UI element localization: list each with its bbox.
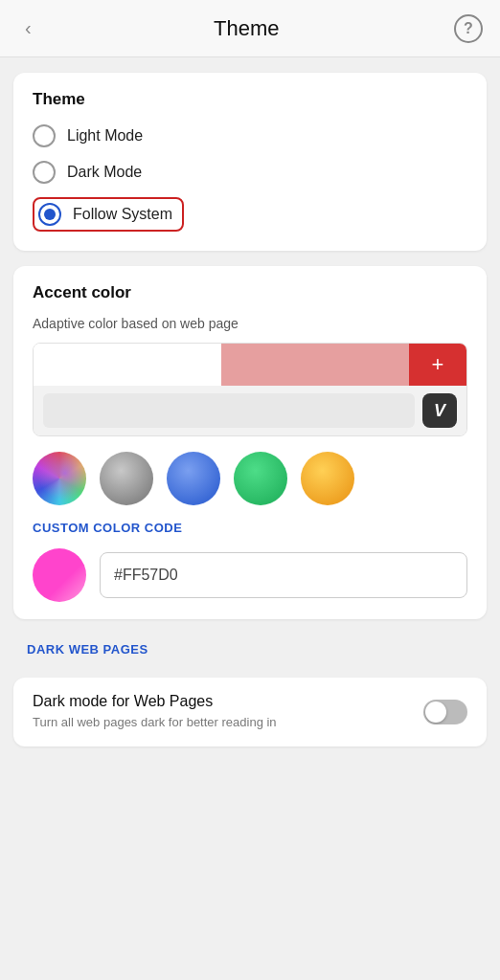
accent-color-card: Accent color Adaptive color based on web… [13, 266, 487, 619]
vivaldi-icon: V [422, 393, 457, 428]
tab-pink [221, 344, 409, 386]
swatch-rainbow[interactable] [33, 452, 86, 505]
dark-web-card: Dark mode for Web Pages Turn all web pag… [13, 678, 487, 746]
swatch-blue[interactable] [167, 452, 220, 505]
address-input[interactable] [43, 393, 415, 428]
dark-web-text: Dark mode for Web Pages Turn all web pag… [33, 693, 423, 731]
dark-web-desc: Turn all web pages dark for better readi… [33, 714, 408, 731]
main-content: Theme Light Mode Dark Mode Follow System [0, 57, 500, 762]
dark-web-pages-link[interactable]: DARK WEB PAGES [13, 635, 487, 662]
radio-outer-follow [38, 203, 61, 226]
tab-new-button[interactable]: + [409, 344, 466, 386]
custom-color-row [33, 548, 467, 602]
accent-section-title: Accent color [33, 283, 467, 302]
custom-color-swatch[interactable] [33, 548, 86, 602]
tab-white [34, 344, 221, 386]
browser-tabs: + [34, 344, 466, 386]
radio-inner-follow [44, 209, 56, 220]
follow-system-wrapper: Follow System [33, 197, 184, 232]
radio-outer-dark [33, 161, 56, 184]
theme-section-title: Theme [33, 90, 467, 109]
help-icon: ? [464, 20, 473, 37]
swatch-gray[interactable] [100, 452, 153, 505]
radio-label-follow: Follow System [73, 206, 172, 223]
theme-radio-group: Light Mode Dark Mode Follow System [33, 122, 467, 234]
vivaldi-logo: V [434, 401, 445, 421]
browser-address-bar: V [34, 386, 466, 435]
custom-color-label[interactable]: CUSTOM COLOR CODE [33, 521, 467, 535]
color-swatches [33, 452, 467, 505]
browser-preview: + V [33, 343, 467, 436]
radio-label-light: Light Mode [67, 127, 143, 145]
header: ‹ Theme ? [0, 0, 500, 57]
custom-color-input[interactable] [100, 552, 467, 598]
theme-card: Theme Light Mode Dark Mode Follow System [13, 73, 487, 251]
radio-outer-light [33, 124, 56, 147]
swatch-green[interactable] [234, 452, 287, 505]
radio-item-light[interactable]: Light Mode [33, 122, 467, 149]
radio-item-dark[interactable]: Dark Mode [33, 159, 467, 186]
page-title: Theme [214, 16, 279, 41]
swatch-yellow[interactable] [301, 452, 354, 505]
radio-label-dark: Dark Mode [67, 164, 142, 181]
help-button[interactable]: ? [454, 14, 483, 43]
radio-item-follow[interactable]: Follow System [33, 195, 467, 234]
plus-icon: + [432, 352, 444, 377]
back-button[interactable]: ‹ [17, 13, 39, 43]
accent-subtitle: Adaptive color based on web page [33, 316, 467, 331]
dark-web-title: Dark mode for Web Pages [33, 693, 408, 710]
toggle-thumb [425, 702, 446, 723]
dark-web-toggle[interactable] [423, 700, 467, 724]
